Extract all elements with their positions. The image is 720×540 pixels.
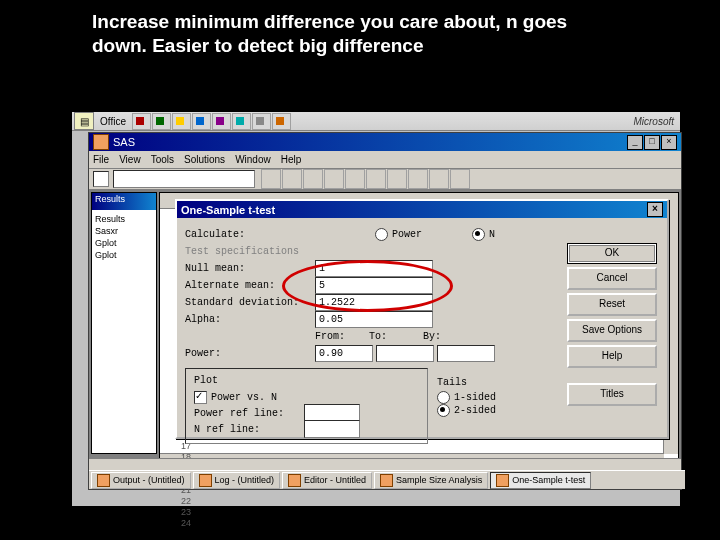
to-label: To: bbox=[369, 331, 419, 342]
office-btn-5[interactable] bbox=[212, 113, 231, 130]
taskbar-ttest[interactable]: One-Sample t-test bbox=[490, 472, 591, 489]
office-btn-6[interactable] bbox=[232, 113, 251, 130]
taskbar-editor-label: Editor - Untitled bbox=[304, 475, 366, 485]
power-to-input[interactable] bbox=[376, 345, 434, 362]
rownum: 23 bbox=[161, 507, 191, 518]
toolbar-btn-7[interactable] bbox=[387, 169, 407, 189]
doc-icon bbox=[288, 474, 301, 487]
radio-n-label: N bbox=[489, 229, 495, 240]
menu-view[interactable]: View bbox=[119, 154, 141, 165]
menu-tools[interactable]: Tools bbox=[151, 154, 174, 165]
ttest-dialog: One-Sample t-test × Calculate: Power N T… bbox=[175, 199, 669, 439]
taskbar-output-label: Output - (Untitled) bbox=[113, 475, 185, 485]
sd-input[interactable] bbox=[315, 294, 433, 311]
titles-button[interactable]: Titles bbox=[567, 383, 657, 406]
cancel-button[interactable]: Cancel bbox=[567, 267, 657, 290]
doc-icon bbox=[97, 474, 110, 487]
radio-n[interactable] bbox=[472, 228, 485, 241]
doc-icon bbox=[199, 474, 212, 487]
toolbar-check-icon[interactable] bbox=[93, 171, 109, 187]
reset-button[interactable]: Reset bbox=[567, 293, 657, 316]
doc-icon bbox=[496, 474, 509, 487]
alt-mean-input[interactable] bbox=[315, 277, 433, 294]
toolbar-btn-3[interactable] bbox=[303, 169, 323, 189]
calculate-label: Calculate: bbox=[185, 229, 315, 240]
radio-1sided[interactable] bbox=[437, 391, 450, 404]
minimize-button[interactable]: _ bbox=[627, 135, 643, 150]
radio-power-label: Power bbox=[392, 229, 422, 240]
office-btn-8[interactable] bbox=[272, 113, 291, 130]
menu-window[interactable]: Window bbox=[235, 154, 271, 165]
desktop-area: ▤ Office Microsoft SAS _ □ bbox=[72, 112, 680, 506]
help-button[interactable]: Help bbox=[567, 345, 657, 368]
dialog-close-button[interactable]: × bbox=[647, 202, 663, 217]
dialog-titlebar[interactable]: One-Sample t-test × bbox=[177, 201, 667, 218]
toolbar-combo[interactable] bbox=[113, 170, 255, 188]
tree-item[interactable]: Sasxr bbox=[95, 225, 153, 237]
taskbar-log[interactable]: Log - (Untitled) bbox=[193, 472, 281, 489]
alpha-input[interactable] bbox=[315, 311, 433, 328]
sas-window: SAS _ □ × File View Tools Solutions Wind… bbox=[88, 132, 682, 490]
office-btn-3[interactable] bbox=[172, 113, 191, 130]
power-label: Power: bbox=[185, 348, 315, 359]
power-ref-label: Power ref line: bbox=[194, 408, 304, 419]
toolbar-btn-9[interactable] bbox=[429, 169, 449, 189]
plot-title: Plot bbox=[194, 375, 419, 386]
rownum: 24 bbox=[161, 518, 191, 529]
alpha-label: Alpha: bbox=[185, 314, 315, 325]
radio-1sided-label: 1-sided bbox=[454, 392, 496, 403]
tree-item[interactable]: Gplot bbox=[95, 249, 153, 261]
from-label: From: bbox=[315, 331, 365, 342]
toolbar-btn-2[interactable] bbox=[282, 169, 302, 189]
toolbar-btn-4[interactable] bbox=[324, 169, 344, 189]
sd-label: Standard deviation: bbox=[185, 297, 315, 308]
sas-menubar: File View Tools Solutions Window Help bbox=[89, 151, 681, 169]
toolbar-btn-1[interactable] bbox=[261, 169, 281, 189]
null-mean-input[interactable] bbox=[315, 260, 433, 277]
save-options-button[interactable]: Save Options bbox=[567, 319, 657, 342]
close-button[interactable]: × bbox=[661, 135, 677, 150]
null-mean-label: Null mean: bbox=[185, 263, 315, 274]
taskbar-output[interactable]: Output - (Untitled) bbox=[91, 472, 191, 489]
office-toolbar: ▤ Office Microsoft bbox=[72, 112, 680, 131]
toolbar-btn-10[interactable] bbox=[450, 169, 470, 189]
taskbar-ssa-label: Sample Size Analysis bbox=[396, 475, 482, 485]
toolbar-btn-6[interactable] bbox=[366, 169, 386, 189]
results-tree[interactable]: Results Sasxr Gplot Gplot bbox=[92, 210, 156, 264]
sas-taskbar: Output - (Untitled) Log - (Untitled) Edi… bbox=[89, 470, 685, 489]
doc-icon bbox=[380, 474, 393, 487]
taskbar-editor[interactable]: Editor - Untitled bbox=[282, 472, 372, 489]
spec-label: Test specifications bbox=[185, 246, 299, 257]
power-by-input[interactable] bbox=[437, 345, 495, 362]
tree-item[interactable]: Results bbox=[95, 213, 153, 225]
menu-help[interactable]: Help bbox=[281, 154, 302, 165]
alt-mean-label: Alternate mean: bbox=[185, 280, 315, 291]
sas-titlebar[interactable]: SAS _ □ × bbox=[89, 133, 681, 151]
ok-button[interactable]: OK bbox=[567, 243, 657, 264]
office-btn-7[interactable] bbox=[252, 113, 271, 130]
maximize-button[interactable]: □ bbox=[644, 135, 660, 150]
radio-2sided-label: 2-sided bbox=[454, 405, 496, 416]
taskbar-ttest-label: One-Sample t-test bbox=[512, 475, 585, 485]
sas-icon bbox=[93, 134, 109, 150]
power-from-input[interactable] bbox=[315, 345, 373, 362]
taskbar-ssa[interactable]: Sample Size Analysis bbox=[374, 472, 488, 489]
tree-item[interactable]: Gplot bbox=[95, 237, 153, 249]
toolbar-btn-5[interactable] bbox=[345, 169, 365, 189]
radio-2sided[interactable] bbox=[437, 404, 450, 417]
menu-file[interactable]: File bbox=[93, 154, 109, 165]
office-btn-1[interactable] bbox=[132, 113, 151, 130]
menu-solutions[interactable]: Solutions bbox=[184, 154, 225, 165]
rownum: 22 bbox=[161, 496, 191, 507]
n-ref-input[interactable] bbox=[304, 420, 360, 438]
office-start-icon[interactable]: ▤ bbox=[74, 112, 94, 130]
toolbar-btn-8[interactable] bbox=[408, 169, 428, 189]
plot-checkbox[interactable] bbox=[194, 391, 207, 404]
radio-power[interactable] bbox=[375, 228, 388, 241]
plot-checkbox-label: Power vs. N bbox=[211, 392, 277, 403]
n-ref-label: N ref line: bbox=[194, 424, 304, 435]
office-label: Office bbox=[100, 116, 126, 127]
office-btn-2[interactable] bbox=[152, 113, 171, 130]
office-btn-4[interactable] bbox=[192, 113, 211, 130]
by-label: By: bbox=[423, 331, 473, 342]
